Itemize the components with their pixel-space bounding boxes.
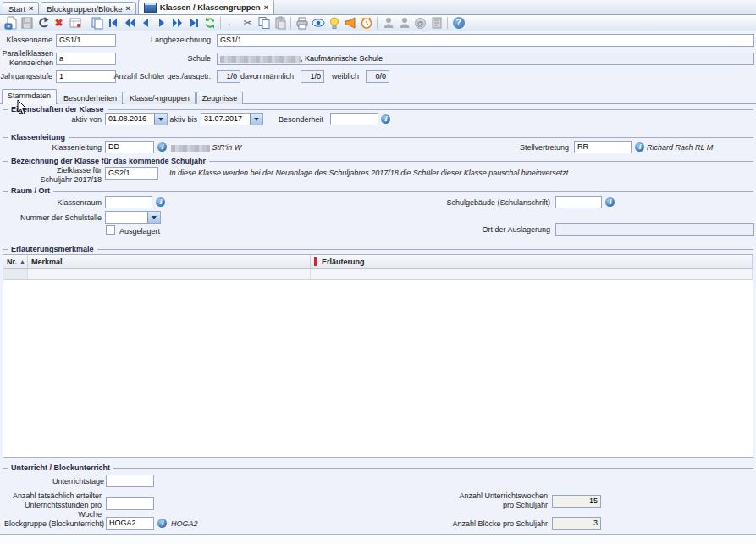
tab-close-icon[interactable]: × [29, 4, 33, 13]
toolbar-separator [447, 17, 448, 29]
sort-asc-icon[interactable]: ▲ [19, 258, 25, 264]
announce-icon[interactable] [342, 16, 358, 31]
delete-icon[interactable]: ✖ [51, 16, 67, 31]
print-icon[interactable] [294, 16, 310, 31]
stellvertretung-field[interactable]: RR [574, 141, 632, 153]
besonderheit-field[interactable] [330, 113, 378, 125]
klassenleitung-field[interactable]: DD [105, 141, 154, 153]
tab-klassengruppen[interactable]: Klasse/-ngruppen [124, 92, 196, 104]
tab-start-label: Start [8, 4, 25, 14]
cut-icon[interactable]: ✂ [240, 16, 256, 31]
column-header-erlaeuterung[interactable]: Erläuterung [311, 255, 753, 268]
unterrichtsstunden-label: Anzahl tatsächlich erteilter Unterrichts… [12, 491, 102, 519]
tab-blockgruppen[interactable]: Blockgruppen/Blöcke × [41, 2, 136, 14]
tab-close-icon[interactable]: × [126, 4, 130, 13]
tab-start[interactable]: Start × [3, 2, 39, 14]
aktiv-bis-field[interactable]: 31.07.2017 [201, 113, 263, 125]
stellvertretung-label: Stellvertretung [520, 143, 569, 153]
davon-maennlich-field: 1/0 [301, 70, 324, 83]
chevron-down-icon[interactable] [147, 212, 160, 223]
unterrichtsstunden-field[interactable] [106, 497, 154, 510]
nav-last-icon[interactable] [185, 16, 201, 31]
mentions-icon: @ [412, 16, 428, 31]
info-icon[interactable]: i [635, 142, 644, 152]
aktiv-von-field[interactable]: 01.08.2016 [105, 113, 168, 125]
help-icon[interactable]: ? [450, 16, 466, 31]
anzahl-schueler-label: Anzahl Schüler ges./ausgetr. [113, 72, 211, 81]
tab-klassen-label: Klassen / Klassengruppen [160, 3, 261, 12]
nav-fast-next-icon[interactable] [169, 16, 185, 31]
ausgelagert-checkbox[interactable] [106, 225, 115, 235]
notes-icon [428, 16, 444, 31]
schulstelle-label: Nummer der Schulstelle [20, 214, 102, 223]
nav-prev-icon[interactable] [137, 16, 153, 31]
edit-table-icon[interactable] [67, 16, 83, 31]
aktiv-bis-label: aktiv bis [169, 115, 197, 125]
nav-next-icon[interactable] [153, 16, 169, 31]
copy-icon[interactable] [256, 16, 272, 31]
chevron-down-icon[interactable] [250, 114, 262, 125]
zielklasse-field[interactable]: GS2/1 [105, 167, 158, 180]
table-row[interactable] [3, 269, 753, 280]
schule-value-suffix: , Kaufmännische Schule [301, 54, 383, 63]
info-icon[interactable]: i [156, 197, 165, 207]
jahrgangsstufe-label: Jahrgangsstufe [0, 72, 52, 81]
anzahl-schueler-field: 1/0 [217, 70, 240, 83]
parallelklassen-field[interactable]: a [56, 53, 116, 65]
undo-icon[interactable] [35, 16, 51, 31]
jahrgangsstufe-field[interactable]: 1 [56, 70, 116, 83]
tab-besonderheiten[interactable]: Besonderheiten [58, 92, 123, 104]
refresh-icon[interactable] [201, 16, 218, 31]
info-icon[interactable]: i [381, 114, 390, 124]
nav-first-icon[interactable] [105, 16, 121, 31]
unterrichtstage-field[interactable] [106, 475, 154, 487]
weiblich-field: 0/0 [366, 70, 389, 83]
column-header-merkmal[interactable]: Merkmal [28, 255, 311, 268]
tab-klassen[interactable]: Klassen / Klassengruppen × [138, 0, 274, 14]
info-icon[interactable]: i [157, 142, 167, 152]
blockgruppe-field[interactable]: HOGA2 [106, 517, 154, 530]
section-erlaeuterungsmerkmale: Erläuterungsmerkmale [3, 244, 753, 254]
hint-icon[interactable] [326, 16, 342, 31]
tab-stammdaten[interactable]: Stammdaten [2, 89, 57, 104]
toolbar-separator [220, 17, 221, 29]
besonderheit-label: Besonderheit [279, 115, 323, 125]
column-header-nr[interactable]: Nr.▲ [3, 255, 28, 268]
davon-maennlich-label: davon männlich [240, 72, 294, 81]
schulgebaeude-label: Schulgebäude (Schulanschrift) [446, 198, 550, 208]
klassenraum-field[interactable] [105, 196, 152, 208]
tab-close-icon[interactable]: × [264, 3, 268, 12]
weiblich-label: weiblich [332, 72, 359, 81]
aktiv-von-label: aktiv von [71, 115, 102, 125]
zielklasse-label: Zielklasse für Schuljahr 2017/18 [39, 166, 102, 185]
nav-fast-prev-icon[interactable] [121, 16, 137, 31]
info-icon[interactable]: i [157, 519, 167, 528]
info-icon[interactable]: i [605, 197, 615, 207]
mouse-cursor [17, 99, 28, 117]
section-zielklasse: Bezeichnung der Klasse für das kommende … [3, 156, 753, 166]
window-icon [144, 3, 157, 13]
klassenname-field[interactable]: GS1/1 [56, 34, 116, 47]
back-icon: ← [223, 16, 240, 31]
person-a-icon [380, 16, 396, 31]
alarm-icon[interactable] [358, 16, 374, 31]
unterrichtswochen-label: Anzahl Unterrichtswochen pro Schuljahr [455, 491, 548, 510]
schulgebaeude-field[interactable] [555, 196, 602, 208]
schulstelle-field[interactable] [105, 211, 161, 224]
blockgruppe-hinweis: HOGA2 [171, 519, 198, 528]
zielklasse-hinweis: In diese Klasse werden bei der Neuanlage… [169, 169, 571, 177]
preview-icon[interactable] [310, 16, 326, 31]
klassenname-label: Klassenname [6, 36, 52, 45]
redacted-school-name [220, 56, 301, 63]
toolbar-separator [377, 17, 378, 29]
chevron-down-icon[interactable] [154, 114, 167, 125]
redacted-teacher-name [171, 145, 210, 152]
duplicate-icon[interactable] [89, 16, 105, 31]
tab-zeugnisse[interactable]: Zeugnisse [196, 92, 244, 104]
save-icon [19, 16, 35, 31]
column-marker [314, 257, 317, 266]
person-b-icon [396, 16, 412, 31]
new-record-icon[interactable] [3, 16, 19, 31]
bloecke-field: 3 [552, 517, 601, 530]
langbezeichnung-field[interactable]: GS1/1 [217, 34, 754, 47]
